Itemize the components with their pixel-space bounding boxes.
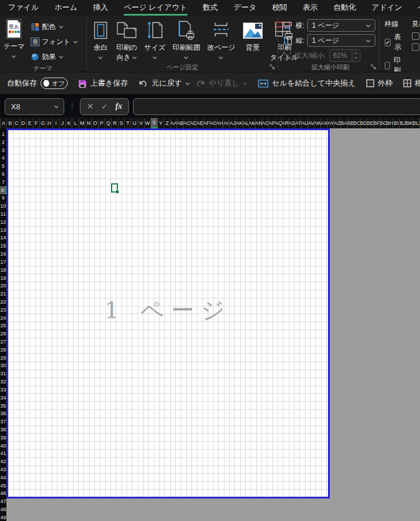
column-header[interactable]: P xyxy=(99,118,105,128)
row-header[interactable]: 48 xyxy=(0,505,6,513)
select-all-corner[interactable] xyxy=(0,118,1,128)
row-header[interactable]: 7 xyxy=(0,178,6,186)
column-header[interactable]: H xyxy=(46,118,53,128)
column-header[interactable]: X xyxy=(151,118,157,128)
column-header[interactable]: AA xyxy=(171,118,177,128)
column-header[interactable]: BL xyxy=(413,118,419,128)
column-header[interactable]: AD xyxy=(190,118,197,128)
row-header[interactable]: 3 xyxy=(0,146,6,154)
column-header[interactable]: M xyxy=(79,118,86,128)
column-header[interactable]: AY xyxy=(328,118,334,128)
row-header[interactable]: 25 xyxy=(0,322,6,330)
column-header[interactable]: BK xyxy=(406,118,412,128)
column-header[interactable]: E xyxy=(27,118,33,128)
menu-tab[interactable]: 校閲 xyxy=(272,0,287,16)
autosave-control[interactable]: 自動保存 オフ xyxy=(7,77,68,89)
row-header[interactable]: 15 xyxy=(0,242,6,250)
column-header[interactable]: G xyxy=(40,118,46,128)
redo-button[interactable]: やり直し xyxy=(196,78,248,88)
column-header[interactable]: AN xyxy=(256,118,262,128)
name-box[interactable]: X8 xyxy=(5,98,64,115)
row-header[interactable]: 10 xyxy=(0,202,6,210)
gridlines-print-checkbox-row[interactable]: 印刷 xyxy=(385,56,403,72)
breaks-button[interactable]: 改ページ xyxy=(204,18,239,62)
column-header[interactable]: J xyxy=(60,118,66,128)
column-header[interactable]: AG xyxy=(210,118,216,128)
column-header[interactable]: BB xyxy=(348,118,354,128)
row-header[interactable]: 18 xyxy=(0,266,6,274)
orientation-button[interactable]: 印刷の 向き xyxy=(113,18,141,62)
column-header[interactable]: F xyxy=(34,118,40,128)
column-header[interactable]: S xyxy=(119,118,125,128)
row-header[interactable]: 1 xyxy=(0,130,6,138)
row-header[interactable]: 41 xyxy=(0,450,6,458)
row-header[interactable]: 46 xyxy=(0,490,6,498)
column-header[interactable]: AT xyxy=(295,118,301,128)
row-header[interactable]: 39 xyxy=(0,434,6,442)
row-header[interactable]: 29 xyxy=(0,354,6,362)
column-header[interactable]: BD xyxy=(360,118,367,128)
column-header[interactable]: L xyxy=(72,118,79,128)
column-header[interactable]: AF xyxy=(204,118,210,128)
row-header[interactable]: 43 xyxy=(0,465,6,474)
row-header[interactable]: 30 xyxy=(0,362,6,370)
merge-center-button[interactable]: セルを結合して中央揃え xyxy=(258,78,356,88)
menu-tab[interactable]: データ xyxy=(234,0,257,16)
row-header[interactable]: 22 xyxy=(0,298,6,306)
fit-height-dropdown[interactable]: 1 ページ xyxy=(307,34,375,47)
row-header[interactable]: 20 xyxy=(0,282,6,290)
row-header[interactable]: 42 xyxy=(0,457,6,465)
row-header[interactable]: 11 xyxy=(0,210,6,218)
menu-tab[interactable]: ホーム xyxy=(54,0,78,16)
outline-border-button[interactable]: 外枠 xyxy=(366,78,393,88)
cancel-button[interactable]: ✕ xyxy=(87,102,94,111)
row-header[interactable]: 36 xyxy=(0,409,6,417)
gridlines-view-checkbox-row[interactable]: ✓ 表示 xyxy=(385,32,403,52)
column-header[interactable]: AW xyxy=(315,118,321,128)
row-header[interactable]: 38 xyxy=(0,426,6,434)
enter-button[interactable]: ✓ xyxy=(101,102,108,111)
menu-tab[interactable]: 表示 xyxy=(303,0,318,16)
column-header[interactable]: B xyxy=(7,118,13,128)
background-button[interactable]: 背景 xyxy=(239,18,267,54)
menu-tab[interactable]: アドイン xyxy=(371,0,402,16)
row-header[interactable]: 40 xyxy=(0,442,6,450)
column-header[interactable]: AR xyxy=(282,118,288,128)
row-header[interactable]: 9 xyxy=(0,194,6,202)
row-header[interactable]: 45 xyxy=(0,482,6,490)
column-header[interactable]: BG xyxy=(380,118,386,128)
column-header[interactable]: AC xyxy=(184,118,190,128)
row-header[interactable]: 4 xyxy=(0,154,6,162)
column-header[interactable]: A xyxy=(1,118,7,128)
themes-button[interactable]: 亜あ テーマ xyxy=(0,18,28,61)
row-header[interactable]: 23 xyxy=(0,306,6,314)
theme-fonts-button[interactable]: 亜 フォント xyxy=(28,34,80,49)
row-header[interactable]: 16 xyxy=(0,250,6,258)
column-header[interactable]: AV xyxy=(308,118,315,128)
column-header[interactable]: AQ xyxy=(275,118,282,128)
column-header[interactable]: AH xyxy=(216,118,223,128)
column-header[interactable]: D xyxy=(20,118,27,128)
column-header[interactable]: AU xyxy=(301,118,308,128)
all-borders-button[interactable]: 格子 xyxy=(403,78,420,88)
column-header[interactable]: AM xyxy=(249,118,256,128)
row-header[interactable]: 32 xyxy=(0,378,6,386)
spinner-arrows-icon[interactable] xyxy=(352,50,360,61)
column-header[interactable]: AO xyxy=(263,118,269,128)
column-header[interactable]: AI xyxy=(223,118,230,128)
row-header[interactable]: 17 xyxy=(0,258,6,266)
fit-width-dropdown[interactable]: 1 ページ xyxy=(307,19,375,32)
page-setup-dialog-launcher-icon[interactable] xyxy=(270,64,275,70)
column-header[interactable]: W xyxy=(145,118,151,128)
print-area-button[interactable]: 印刷範囲 xyxy=(169,18,204,62)
cell-cursor[interactable] xyxy=(111,183,118,193)
checkbox-unchecked-icon[interactable] xyxy=(385,62,390,69)
row-header[interactable]: 8 xyxy=(0,186,6,194)
row-header[interactable]: 28 xyxy=(0,346,6,354)
column-header[interactable]: BH xyxy=(386,118,393,128)
column-header[interactable]: Q xyxy=(105,118,112,128)
theme-effects-button[interactable]: 効果 xyxy=(28,49,80,64)
column-header[interactable]: BF xyxy=(374,118,380,128)
column-header[interactable]: BE xyxy=(367,118,374,128)
column-header[interactable]: N xyxy=(86,118,92,128)
